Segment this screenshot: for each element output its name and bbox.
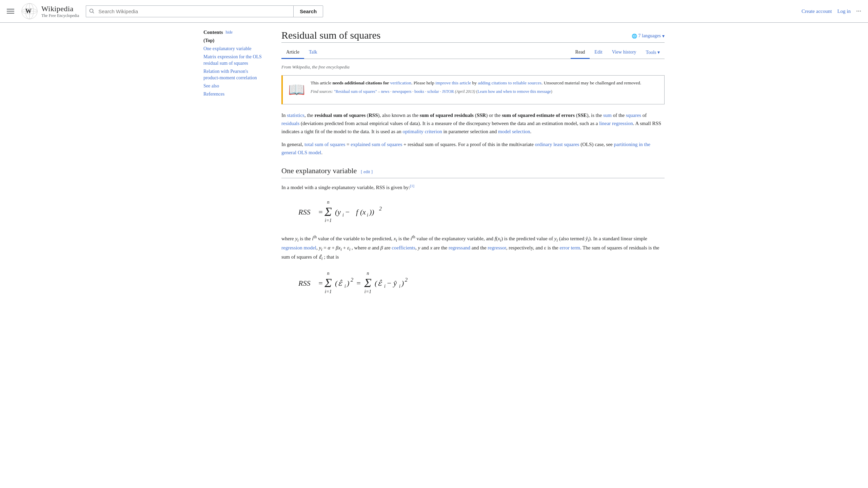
from-wikipedia-text: From Wikipedia, the free encyclopedia <box>281 64 665 70</box>
svg-text:Σ: Σ <box>364 276 371 290</box>
optimality-criterion-link[interactable]: optimality criterion <box>402 129 442 134</box>
svg-text:(: ( <box>375 279 378 287</box>
svg-text:i=1: i=1 <box>325 289 332 294</box>
page-wrapper: Contents hide (Top) One explanatory vari… <box>197 23 671 312</box>
search-form: Search <box>86 5 323 17</box>
svg-text:i: i <box>344 284 346 289</box>
citation-bold-text: needs additional citations for <box>332 80 389 85</box>
svg-text:)): )) <box>369 208 374 216</box>
translate-icon: 🌐 <box>632 33 637 39</box>
learn-how-link[interactable]: Learn how and when to remove this messag… <box>477 89 551 94</box>
toc-item-4[interactable]: See also <box>203 83 219 88</box>
site-logo[interactable]: W Wikipedia The Free Encyclopedia <box>21 3 79 20</box>
svg-text:=: = <box>318 279 323 287</box>
svg-text:−: − <box>345 208 350 216</box>
create-account-link[interactable]: Create account <box>802 8 832 14</box>
svg-text:): ) <box>346 279 349 287</box>
search-button[interactable]: Search <box>293 5 323 17</box>
search-input[interactable] <box>86 5 293 17</box>
svg-text:2: 2 <box>379 206 382 211</box>
error-term-link[interactable]: error term <box>560 245 580 250</box>
linear-regression-link[interactable]: linear regression <box>599 121 633 126</box>
citation-notice: 📖 This article needs additional citation… <box>281 75 665 104</box>
svg-point-6 <box>90 9 93 13</box>
tab-talk[interactable]: Talk <box>304 47 322 59</box>
hamburger-menu[interactable] <box>7 9 14 14</box>
login-link[interactable]: Log in <box>837 8 851 14</box>
rss-formula-1: RSS = n Σ i=1 (y i − f ( x i )) 2 <box>295 198 665 227</box>
residuals-link[interactable]: residuals <box>281 121 299 126</box>
svg-text:i=1: i=1 <box>364 289 371 294</box>
section-one-explanatory: One explanatory variable [ edit ] <box>281 165 665 178</box>
toc-hide-button[interactable]: hide <box>226 30 233 35</box>
svg-text:🌐: 🌐 <box>632 33 637 39</box>
svg-text:RSS: RSS <box>298 279 310 287</box>
header-actions: Create account Log in ··· <box>802 7 861 15</box>
model-selection-link[interactable]: model selection <box>498 129 530 134</box>
svg-text:Σ: Σ <box>324 276 332 290</box>
section-1-edit-link[interactable]: [ edit ] <box>361 168 373 176</box>
adding-citations-link[interactable]: adding citations to reliable sources <box>478 80 541 85</box>
toc-item-3[interactable]: Relation with Pearson's product-moment c… <box>203 69 257 81</box>
newspapers-link[interactable]: newspapers <box>392 89 411 94</box>
chevron-down-icon: ▾ <box>657 50 660 55</box>
toc-top-item[interactable]: (Top) <box>203 38 264 43</box>
formula-svg: RSS = n Σ i=1 (y i − f ( x i )) 2 <box>295 198 403 224</box>
svg-text:i: i <box>367 212 368 218</box>
statistics-link[interactable]: statistics <box>287 113 304 118</box>
toc-item-5[interactable]: References <box>203 92 224 97</box>
svg-text:W: W <box>25 8 32 15</box>
svg-text:f: f <box>356 208 359 216</box>
sum-link[interactable]: sum <box>603 113 612 118</box>
books-link[interactable]: books <box>414 89 424 94</box>
citation-text-pre: This article <box>311 80 332 85</box>
verification-link[interactable]: verification <box>390 80 411 85</box>
languages-button[interactable]: 🌐 7 languages ▾ <box>632 33 665 39</box>
tab-edit[interactable]: Edit <box>590 47 607 59</box>
svg-text:n: n <box>327 200 330 205</box>
explained-sum-squares-link[interactable]: explained sum of squares <box>351 142 402 147</box>
tab-read[interactable]: Read <box>571 47 590 59</box>
article-body: In statistics, the residual sum of squar… <box>281 111 665 299</box>
jstor-link[interactable]: JSTOR <box>442 89 454 94</box>
regressor-link[interactable]: regressor <box>488 245 506 250</box>
news-link[interactable]: news <box>381 89 390 94</box>
tab-right-group: Read Edit View history Tools ▾ <box>571 47 665 59</box>
intro-paragraph-1: In statistics, the residual sum of squar… <box>281 111 665 136</box>
svg-text:i: i <box>399 284 400 289</box>
chevron-down-icon: ▾ <box>662 33 665 39</box>
svg-text:(y: (y <box>335 208 341 216</box>
total-sum-squares-link[interactable]: total sum of squares <box>304 142 345 147</box>
squares-link[interactable]: squares <box>626 113 641 118</box>
rss-formula-2: RSS = n Σ i=1 ( ε̂ i ) 2 = n Σ i=1 ( <box>295 269 665 299</box>
regressand-link[interactable]: regressand <box>449 245 470 250</box>
tab-view-history[interactable]: View history <box>607 47 641 59</box>
improve-article-link[interactable]: improve this article <box>435 80 471 85</box>
regression-model-link[interactable]: regression model <box>281 245 316 250</box>
scholar-link[interactable]: scholar <box>427 89 439 94</box>
coefficients-link[interactable]: coefficients <box>392 245 415 250</box>
source-query-link[interactable]: "Residual sum of squares" <box>334 89 377 94</box>
svg-text:i: i <box>342 212 344 218</box>
ordinary-least-squares-link[interactable]: ordinary least squares <box>535 142 579 147</box>
tab-article[interactable]: Article <box>281 47 304 59</box>
footnote-ref-1[interactable]: [1] <box>410 184 414 188</box>
toc-item-2[interactable]: Matrix expression for the OLS residual s… <box>203 54 262 66</box>
svg-text:− ŷ: − ŷ <box>387 279 397 287</box>
svg-text:=: = <box>356 279 361 287</box>
toc-list: One explanatory variable Matrix expressi… <box>203 45 264 98</box>
svg-text:n: n <box>367 271 369 276</box>
citation-book-icon: 📖 <box>288 80 305 100</box>
article-tabs: Article Talk Read Edit View history Tool… <box>281 47 665 59</box>
site-title: Wikipedia <box>41 4 79 13</box>
tab-tools[interactable]: Tools ▾ <box>641 47 665 59</box>
more-options-button[interactable]: ··· <box>856 7 861 15</box>
toc-item-1[interactable]: One explanatory variable <box>203 46 252 51</box>
svg-text:RSS: RSS <box>298 208 310 216</box>
section1-paragraph-2: where yi is the ith value of the variabl… <box>281 233 665 262</box>
svg-text:n: n <box>327 271 330 276</box>
svg-text:2: 2 <box>405 277 408 283</box>
citation-text: This article needs additional citations … <box>311 80 659 100</box>
article-title: Residual sum of squares <box>281 29 380 41</box>
section1-paragraph-1: In a model with a single explanatory var… <box>281 183 665 191</box>
